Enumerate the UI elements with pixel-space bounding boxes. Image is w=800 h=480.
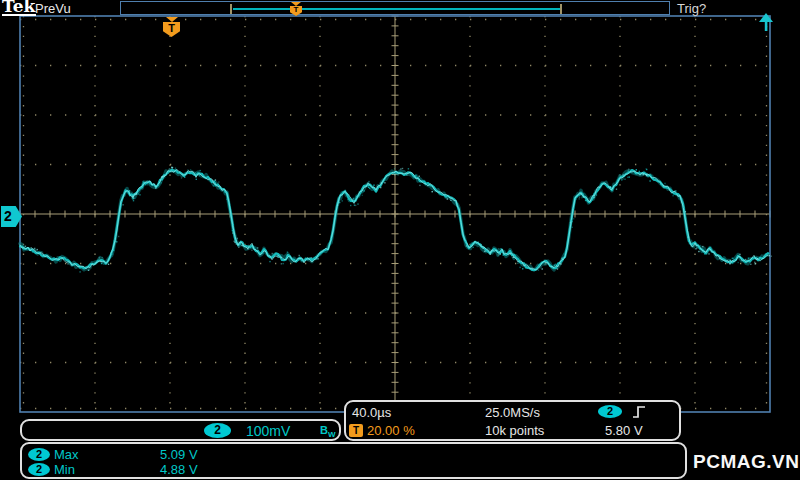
channel2-badge: 2 (28, 463, 50, 476)
time-per-division: 40.0µs (352, 405, 391, 420)
trigger-position-marker-bar-icon[interactable]: T (290, 2, 302, 16)
window-bracket-left-icon (230, 4, 232, 14)
watermark-logo: PCMAG.VN (693, 451, 799, 473)
tek-logo: Tek (2, 0, 36, 16)
trigger-status: Trig? (677, 1, 706, 16)
channel2-badge: 2 (28, 448, 50, 461)
trigger-source-badge[interactable]: 2 (598, 405, 622, 418)
horizontal-trigger-readout[interactable]: 40.0µs 25.0MS/s 2 T 20.00 % 10k points 5… (344, 400, 681, 441)
channel2-badge[interactable]: 2 (204, 423, 231, 438)
measurement-value: 5.09 V (160, 447, 198, 462)
window-bracket-right-icon (560, 4, 562, 14)
oscilloscope-screen: Tek PreVu T Trig? T 2 2 100mV BW 40.0µs … (0, 0, 800, 480)
trigger-t-icon: T (290, 6, 302, 16)
rising-edge-slope-icon (632, 405, 647, 419)
acquisition-status: PreVu (35, 1, 71, 16)
sample-rate: 25.0MS/s (485, 405, 540, 420)
trigger-t-icon: T (163, 22, 180, 37)
record-length: 10k points (485, 423, 544, 438)
trigger-level-offscreen-arrow-icon[interactable] (755, 11, 779, 33)
channel2-readout[interactable]: 2 100mV BW (20, 419, 341, 441)
channel2-marker-label: 2 (4, 208, 12, 224)
measurement-row-max: 2 Max 5.09 V (22, 447, 685, 462)
trigger-position-marker[interactable]: T (163, 17, 180, 37)
measurement-name: Max (54, 447, 79, 462)
trigger-triangle-icon (291, 2, 301, 6)
trigger-level: 5.80 V (605, 423, 643, 438)
record-view-bar[interactable]: T (120, 1, 670, 15)
measurement-value: 4.88 V (160, 462, 198, 477)
channel2-position-marker[interactable]: 2 (1, 206, 22, 227)
trigger-triangle-icon (166, 17, 178, 22)
trigger-position-percent: 20.00 % (367, 423, 415, 438)
measurement-row-min: 2 Min 4.88 V (22, 462, 685, 477)
measurement-name: Min (54, 462, 75, 477)
measurement-readout[interactable]: 2 Max 5.09 V 2 Min 4.88 V (20, 442, 687, 479)
channel2-scale: 100mV (246, 423, 290, 439)
bandwidth-limit-icon: BW (320, 424, 336, 439)
trigger-t-badge-icon: T (349, 424, 363, 437)
record-window-line (233, 8, 561, 10)
